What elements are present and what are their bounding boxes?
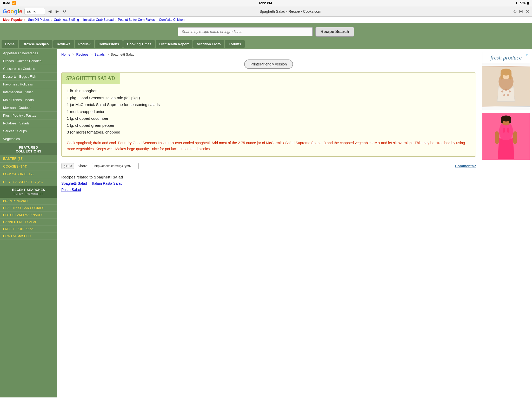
recent-fresh-fruit-pizza[interactable]: FRESH FRUIT PIZZA <box>0 226 57 233</box>
sidebar-main-dishes[interactable]: Main Dishes : Meats <box>0 96 57 104</box>
svg-rect-19 <box>495 131 499 144</box>
share-button[interactable]: ⎋ <box>514 9 516 14</box>
recent-canned-fruit-salad[interactable]: CANNED FRUIT SALAD <box>0 219 57 226</box>
collection-low-calorie[interactable]: LOW CALORIE (17) <box>0 170 57 178</box>
sidebar-sauces[interactable]: Sauces : Soups <box>0 127 57 135</box>
nav-potluck[interactable]: Potluck <box>75 40 94 48</box>
svg-rect-20 <box>513 131 517 144</box>
ingredient-6: 1 lg. chopped green pepper <box>67 123 470 129</box>
popular-bar: Most Popular » Sun Dill Pickles : Crabme… <box>0 17 532 23</box>
model-shape-1 <box>482 66 530 107</box>
popular-link-1[interactable]: Sun Dill Pickles <box>28 18 50 22</box>
sidebar-favorites[interactable]: Favorites : Holidays <box>0 81 57 88</box>
status-bar: iPad 📶 6:22 PM ✦ 77% ▮ <box>0 0 532 6</box>
collection-easter[interactable]: EASTER (33) <box>0 155 57 163</box>
sidebar-international[interactable]: International : Italian <box>0 88 57 96</box>
content-wrapper: Appetizers : Beverages Breads : Cakes : … <box>0 49 532 397</box>
ingredient-1: 1 lb. thin spaghetti <box>67 88 470 94</box>
printer-button-wrapper: Printer-friendly version <box>61 59 476 69</box>
recipe-search-button[interactable]: Recipe Search <box>315 27 354 37</box>
gplus-button[interactable]: g+1 0 <box>61 163 74 169</box>
sidebar: Appetizers : Beverages Breads : Cakes : … <box>0 49 57 397</box>
recipe-title-tab: SPAGHETTI SALAD <box>62 73 120 84</box>
recent-healthy-sugar-cookies[interactable]: HEALTHY SUGAR COOKIES <box>0 205 57 212</box>
svg-rect-16 <box>509 118 511 123</box>
related-links: Spaghetti Salad Italian Pasta Salad <box>61 181 476 185</box>
recipe-title: SPAGHETTI SALAD <box>66 75 115 81</box>
ad-block-2 <box>482 113 530 160</box>
related-link-2[interactable]: Italian Pasta Salad <box>92 181 123 185</box>
page-title: Spaghetti Salad - Recipe - Cooks.com <box>69 9 511 14</box>
related-link-3[interactable]: Pasta Salad <box>61 188 81 192</box>
breadcrumb-sep-1: > <box>72 52 74 56</box>
sidebar-desserts[interactable]: Desserts : Eggs : Fish <box>0 73 57 81</box>
breadcrumb-home[interactable]: Home <box>61 52 70 56</box>
reload-button[interactable]: ↺ <box>62 8 67 14</box>
sidebar-pies[interactable]: Pies : Poultry : Pastas <box>0 112 57 119</box>
comments-link[interactable]: Comments? <box>455 164 476 168</box>
nav-browse[interactable]: Browse Recipes <box>19 40 52 48</box>
svg-point-7 <box>505 89 507 91</box>
sidebar-vegetables[interactable]: Vegetables <box>0 135 57 143</box>
popular-link-4[interactable]: Peanut Butter Corn Flakes <box>118 18 155 22</box>
battery-label: 77% <box>519 1 526 5</box>
tabs-button[interactable]: ⊞ <box>519 9 523 14</box>
search-input[interactable] <box>178 27 313 36</box>
nav-conversions[interactable]: Conversions <box>95 40 123 48</box>
svg-point-10 <box>507 94 509 96</box>
status-time: 6:22 PM <box>259 1 272 5</box>
share-label: Share: <box>78 164 88 168</box>
recent-searches-header: RECENT SEARCHES <box>0 186 57 192</box>
featured-collections-header: FEATURED COLLECTIONS <box>0 143 57 155</box>
recent-leg-of-lamb[interactable]: LEG OF LAMB MARINADES <box>0 212 57 219</box>
browser-actions: ⎋ ⊞ ✕ <box>514 9 529 14</box>
popular-label: Most Popular » <box>3 18 25 22</box>
sidebar-mexican[interactable]: Mexican : Outdoor <box>0 104 57 112</box>
collection-cookies[interactable]: COOKIES (144) <box>0 163 57 170</box>
forward-button[interactable]: ▶ <box>55 8 60 14</box>
nav-cooking-times[interactable]: Cooking Times <box>123 40 155 48</box>
back-button[interactable]: ◀ <box>47 8 52 14</box>
wifi-icon: 📶 <box>12 1 16 5</box>
recent-bran-pancakes[interactable]: BRAN PANCAKES <box>0 198 57 205</box>
share-url-input[interactable] <box>92 163 139 169</box>
breadcrumb-salads[interactable]: Salads <box>94 52 105 56</box>
ad-text: fresh produce <box>490 54 522 61</box>
breadcrumb-sep-3: > <box>107 52 109 56</box>
related-link-3-wrapper: Pasta Salad <box>61 188 476 192</box>
popular-link-2[interactable]: Crabmeat Stuffing <box>54 18 79 22</box>
nav-nutrition[interactable]: Nutrition Facts <box>193 40 224 48</box>
sidebar-breads[interactable]: Breads : Cakes : Candies <box>0 57 57 65</box>
bluetooth-icon: ✦ <box>515 1 518 5</box>
breadcrumb-recipes[interactable]: Recipes <box>76 52 89 56</box>
nav-bar: Home Browse Recipes Reviews Potluck Conv… <box>0 40 532 49</box>
gplus-label: g+1 <box>64 164 69 168</box>
breadcrumb-current: Spaghetti Salad <box>111 52 135 56</box>
site-header: Recipe Search <box>0 23 532 40</box>
ad-badge[interactable]: ► <box>526 53 529 56</box>
nav-forums[interactable]: Forums <box>225 40 245 48</box>
sidebar-potatoes[interactable]: Potatoes : Salads <box>0 119 57 127</box>
ingredient-7: 3 (or more) tomatoes, chopped <box>67 129 470 135</box>
status-left: iPad 📶 <box>3 1 16 5</box>
popular-link-5[interactable]: Cornflake Chicken <box>159 18 184 22</box>
svg-point-8 <box>509 90 511 92</box>
related-link-1[interactable]: Spaghetti Salad <box>61 181 87 185</box>
popular-link-3[interactable]: Imitation Crab Spread <box>83 18 114 22</box>
close-button[interactable]: ✕ <box>526 9 529 14</box>
recent-low-fat-mashed[interactable]: LOW FAT MASHED <box>0 233 57 240</box>
svg-point-9 <box>503 94 505 96</box>
svg-rect-18 <box>507 128 509 132</box>
collection-casseroles[interactable]: BEST CASSEROLES (26) <box>0 178 57 186</box>
nav-diet-health[interactable]: Diet/Health Report <box>156 40 192 48</box>
ingredient-2: 1 pkg. Good Seasons Italian mix (foil pk… <box>67 95 470 101</box>
model-shape-2 <box>482 113 530 160</box>
ipad-label: iPad <box>3 1 10 5</box>
ingredient-4: 1 med. chopped onion <box>67 109 470 115</box>
nav-home[interactable]: Home <box>2 40 18 48</box>
printer-friendly-button[interactable]: Printer-friendly version <box>244 59 293 69</box>
sidebar-appetizers[interactable]: Appetizers : Beverages <box>0 49 57 57</box>
address-bar[interactable]: picnic <box>24 8 45 15</box>
sidebar-casseroles[interactable]: Casseroles : Cookies <box>0 65 57 73</box>
nav-reviews[interactable]: Reviews <box>53 40 74 48</box>
